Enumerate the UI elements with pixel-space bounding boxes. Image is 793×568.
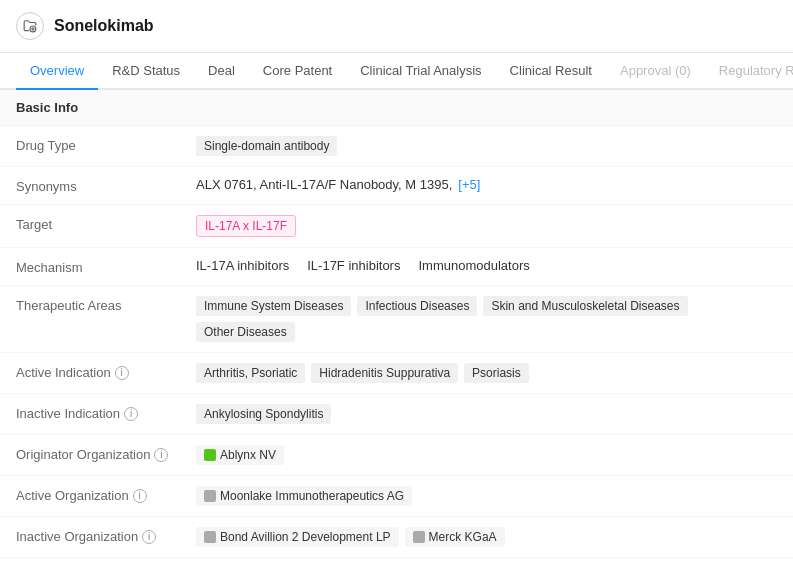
- therapeutic-area-3[interactable]: Other Diseases: [196, 322, 295, 342]
- mechanism-item-0[interactable]: IL-17A inhibitors: [196, 258, 289, 273]
- value-active-indication: Arthritis, Psoriatic Hidradenitis Suppur…: [196, 363, 777, 383]
- target-tag[interactable]: IL-17A x IL-17F: [196, 215, 296, 237]
- active-indication-0[interactable]: Arthritis, Psoriatic: [196, 363, 305, 383]
- value-target: IL-17A x IL-17F: [196, 215, 777, 237]
- row-active-org: Active Organization i Moonlake Immunothe…: [0, 476, 793, 517]
- inactive-org-icon-1: [413, 531, 425, 543]
- active-org-icon: [204, 490, 216, 502]
- tab-approval: Approval (0): [606, 53, 705, 90]
- drug-icon: [16, 12, 44, 40]
- inactive-org-info-icon[interactable]: i: [142, 530, 156, 544]
- row-inactive-indication: Inactive Indication i Ankylosing Spondyl…: [0, 394, 793, 435]
- synonyms-more-link[interactable]: [+5]: [458, 177, 480, 192]
- row-synonyms: Synonyms ALX 0761, Anti-IL-17A/F Nanobod…: [0, 167, 793, 205]
- inactive-indication-info-icon[interactable]: i: [124, 407, 138, 421]
- label-therapeutic-areas: Therapeutic Areas: [16, 296, 196, 313]
- value-therapeutic-areas: Immune System Diseases Infectious Diseas…: [196, 296, 777, 342]
- row-highest-phase: Drug Highest Phase i Phase 2: [0, 558, 793, 568]
- label-drug-type: Drug Type: [16, 136, 196, 153]
- label-originator-org: Originator Organization i: [16, 445, 196, 462]
- row-target: Target IL-17A x IL-17F: [0, 205, 793, 248]
- mechanism-item-2[interactable]: Immunomodulators: [418, 258, 529, 273]
- label-active-indication: Active Indication i: [16, 363, 196, 380]
- value-mechanism: IL-17A inhibitors IL-17F inhibitors Immu…: [196, 258, 777, 273]
- tab-overview[interactable]: Overview: [16, 53, 98, 90]
- originator-org-0[interactable]: Ablynx NV: [196, 445, 284, 465]
- basic-info-table: Drug Type Single-domain antibody Synonym…: [0, 126, 793, 568]
- label-inactive-org: Inactive Organization i: [16, 527, 196, 544]
- therapeutic-area-1[interactable]: Infectious Diseases: [357, 296, 477, 316]
- value-inactive-org: Bond Avillion 2 Development LP Merck KGa…: [196, 527, 777, 547]
- section-basic-info: Basic Info: [0, 90, 793, 126]
- inactive-org-1[interactable]: Merck KGaA: [405, 527, 505, 547]
- org-color-icon: [204, 449, 216, 461]
- tab-clinical-result[interactable]: Clinical Result: [496, 53, 606, 90]
- drug-name: Sonelokimab: [54, 17, 154, 35]
- row-originator-org: Originator Organization i Ablynx NV: [0, 435, 793, 476]
- tab-rd-status[interactable]: R&D Status: [98, 53, 194, 90]
- active-indication-2[interactable]: Psoriasis: [464, 363, 529, 383]
- tab-clinical-trial[interactable]: Clinical Trial Analysis: [346, 53, 495, 90]
- originator-org-info-icon[interactable]: i: [154, 448, 168, 462]
- value-inactive-indication: Ankylosing Spondylitis: [196, 404, 777, 424]
- row-mechanism: Mechanism IL-17A inhibitors IL-17F inhib…: [0, 248, 793, 286]
- row-drug-type: Drug Type Single-domain antibody: [0, 126, 793, 167]
- therapeutic-area-0[interactable]: Immune System Diseases: [196, 296, 351, 316]
- inactive-indication-0[interactable]: Ankylosing Spondylitis: [196, 404, 331, 424]
- active-org-info-icon[interactable]: i: [133, 489, 147, 503]
- active-org-0[interactable]: Moonlake Immunotherapeutics AG: [196, 486, 412, 506]
- row-active-indication: Active Indication i Arthritis, Psoriatic…: [0, 353, 793, 394]
- synonyms-text: ALX 0761, Anti-IL-17A/F Nanobody, M 1395…: [196, 177, 452, 192]
- value-synonyms: ALX 0761, Anti-IL-17A/F Nanobody, M 1395…: [196, 177, 777, 192]
- drug-header: Sonelokimab: [0, 0, 793, 53]
- inactive-org-0[interactable]: Bond Avillion 2 Development LP: [196, 527, 399, 547]
- active-indication-1[interactable]: Hidradenitis Suppurativa: [311, 363, 458, 383]
- tab-regulatory: Regulatory Review (0): [705, 53, 793, 90]
- drug-type-tag: Single-domain antibody: [196, 136, 337, 156]
- tab-core-patent[interactable]: Core Patent: [249, 53, 346, 90]
- value-active-org: Moonlake Immunotherapeutics AG: [196, 486, 777, 506]
- tab-deal[interactable]: Deal: [194, 53, 249, 90]
- label-active-org: Active Organization i: [16, 486, 196, 503]
- row-inactive-org: Inactive Organization i Bond Avillion 2 …: [0, 517, 793, 558]
- therapeutic-area-2[interactable]: Skin and Musculoskeletal Diseases: [483, 296, 687, 316]
- row-therapeutic-areas: Therapeutic Areas Immune System Diseases…: [0, 286, 793, 353]
- mechanism-item-1[interactable]: IL-17F inhibitors: [307, 258, 400, 273]
- label-synonyms: Synonyms: [16, 177, 196, 194]
- active-indication-info-icon[interactable]: i: [115, 366, 129, 380]
- label-target: Target: [16, 215, 196, 232]
- value-drug-type: Single-domain antibody: [196, 136, 777, 156]
- tab-bar: Overview R&D Status Deal Core Patent Cli…: [0, 53, 793, 90]
- inactive-org-icon-0: [204, 531, 216, 543]
- value-originator-org: Ablynx NV: [196, 445, 777, 465]
- label-inactive-indication: Inactive Indication i: [16, 404, 196, 421]
- label-mechanism: Mechanism: [16, 258, 196, 275]
